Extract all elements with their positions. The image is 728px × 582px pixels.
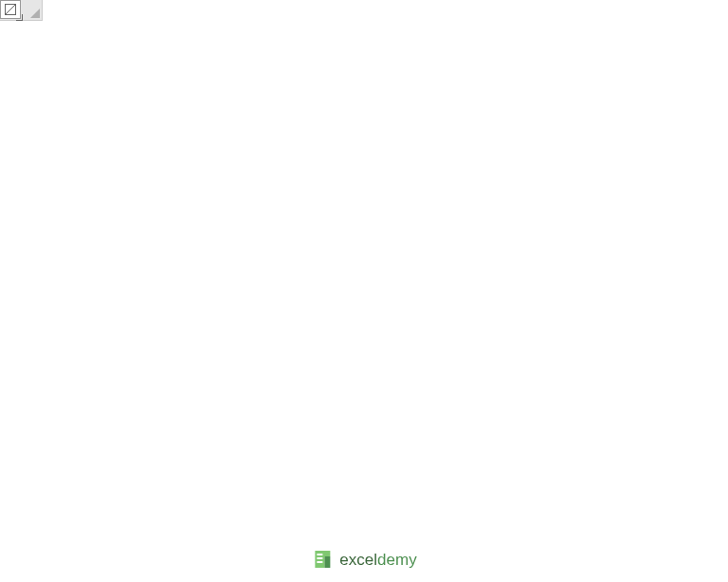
svg-rect-2: [317, 561, 322, 563]
svg-rect-1: [317, 557, 322, 559]
spreadsheet-grid: exceldemy: [0, 0, 728, 582]
svg-rect-0: [317, 554, 322, 555]
watermark: exceldemy: [311, 548, 416, 571]
watermark-text: exceldemy: [339, 551, 416, 570]
watermark-logo-icon: [311, 548, 334, 571]
autofill-options-icon[interactable]: [0, 0, 21, 19]
